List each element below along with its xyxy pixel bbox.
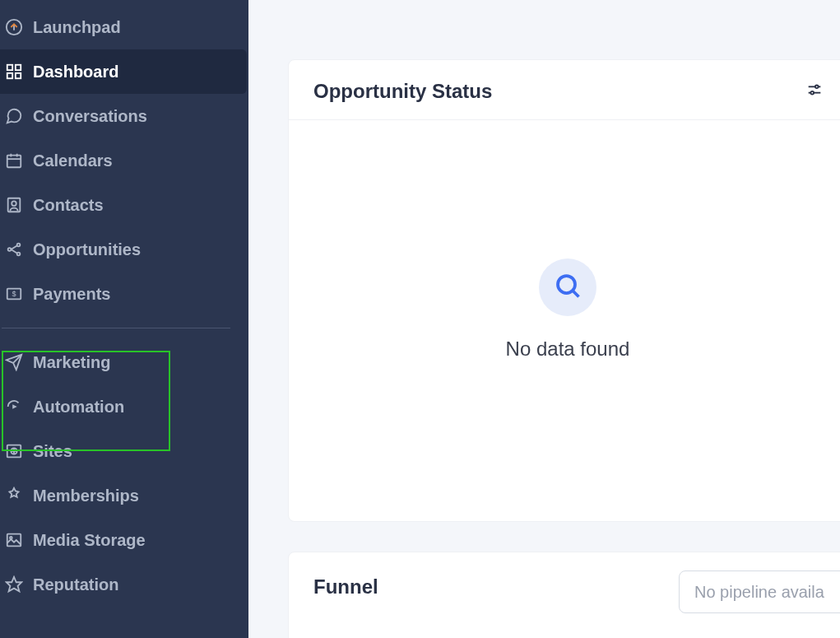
pipeline-select[interactable]: No pipeline availa — [679, 570, 840, 613]
svg-rect-2 — [16, 65, 21, 70]
chat-icon — [3, 107, 33, 125]
memberships-icon — [3, 487, 33, 505]
sidebar-item-label: Contacts — [33, 196, 104, 215]
sidebar-item-sites[interactable]: Sites — [0, 429, 248, 473]
empty-state-text: No data found — [506, 338, 630, 361]
sidebar-item-opportunities[interactable]: Opportunities — [0, 227, 248, 272]
sidebar-divider — [2, 328, 230, 328]
svg-point-10 — [12, 201, 16, 206]
sidebar-item-dashboard[interactable]: Dashboard — [0, 49, 247, 94]
svg-point-22 — [10, 537, 12, 539]
opportunities-icon — [3, 240, 33, 258]
svg-text:$: $ — [12, 290, 16, 298]
sidebar-item-label: Sites — [33, 442, 72, 461]
sites-icon — [3, 442, 33, 460]
main-content: Opportunity Status No data found Funn — [248, 0, 840, 638]
sidebar-item-label: Dashboard — [33, 63, 118, 81]
opportunity-status-card: Opportunity Status No data found — [288, 59, 840, 522]
sidebar-item-label: Automation — [33, 398, 124, 417]
sidebar-item-automation[interactable]: Automation — [0, 384, 248, 429]
sidebar-item-reputation[interactable]: Reputation — [0, 562, 248, 607]
sidebar: Launchpad Dashboard Conversations Calend… — [0, 0, 248, 638]
card-header: Funnel No pipeline availa — [289, 552, 840, 613]
sidebar-item-label: Marketing — [33, 353, 110, 372]
star-icon — [3, 575, 33, 594]
sidebar-item-label: Memberships — [33, 487, 139, 505]
sidebar-item-label: Launchpad — [33, 18, 121, 37]
empty-state: No data found — [289, 120, 840, 361]
sidebar-item-label: Opportunities — [33, 240, 141, 259]
contacts-icon — [3, 196, 33, 214]
svg-rect-3 — [7, 73, 12, 78]
svg-point-25 — [815, 86, 819, 89]
svg-rect-5 — [7, 156, 21, 168]
sidebar-item-launchpad[interactable]: Launchpad — [0, 5, 248, 49]
sidebar-item-label: Reputation — [33, 575, 118, 594]
automation-icon — [3, 398, 33, 416]
card-title: Opportunity Status — [313, 80, 492, 103]
svg-point-27 — [810, 91, 814, 95]
sidebar-item-label: Conversations — [33, 107, 147, 126]
svg-point-13 — [17, 253, 21, 256]
svg-point-12 — [17, 244, 21, 247]
launchpad-icon — [3, 18, 33, 36]
sidebar-item-label: Media Storage — [33, 531, 146, 550]
funnel-title: Funnel — [313, 575, 378, 598]
svg-point-11 — [8, 248, 12, 251]
payments-icon: $ — [3, 285, 33, 303]
svg-marker-23 — [7, 577, 21, 591]
sidebar-item-contacts[interactable]: Contacts — [0, 183, 248, 227]
send-icon — [3, 353, 33, 371]
pipeline-select-placeholder: No pipeline availa — [694, 583, 824, 602]
svg-line-29 — [573, 291, 579, 297]
calendar-icon — [3, 151, 33, 170]
svg-rect-1 — [7, 65, 12, 70]
empty-state-icon-circle — [539, 258, 596, 316]
sidebar-item-label: Calendars — [33, 151, 113, 170]
search-icon — [553, 271, 582, 304]
svg-rect-4 — [16, 73, 21, 78]
card-header: Opportunity Status — [289, 60, 840, 120]
sidebar-item-calendars[interactable]: Calendars — [0, 138, 248, 183]
funnel-card: Funnel No pipeline availa — [288, 552, 840, 638]
media-icon — [3, 531, 33, 549]
svg-marker-16 — [12, 404, 17, 409]
dashboard-icon — [3, 63, 33, 81]
sidebar-item-memberships[interactable]: Memberships — [0, 473, 248, 518]
sidebar-item-label: Payments — [33, 285, 111, 304]
sidebar-item-payments[interactable]: $ Payments — [0, 272, 248, 316]
sidebar-item-marketing[interactable]: Marketing — [0, 340, 248, 384]
settings-icon[interactable] — [805, 81, 824, 102]
sidebar-item-conversations[interactable]: Conversations — [0, 94, 248, 138]
svg-point-28 — [558, 276, 575, 293]
sidebar-item-media-storage[interactable]: Media Storage — [0, 518, 248, 562]
